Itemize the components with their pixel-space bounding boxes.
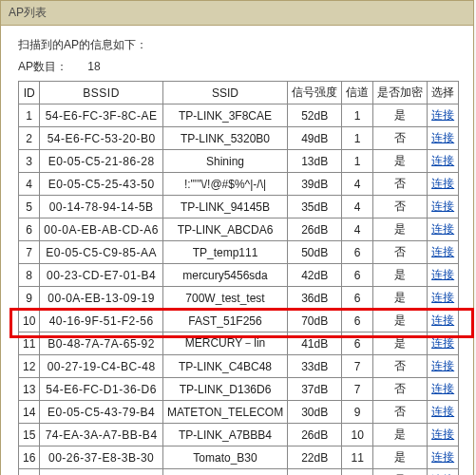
- table-row: 600-0A-EB-AB-CD-A6TP-LINK_ABCDA626dB4是连接: [19, 218, 459, 241]
- header-channel: 信道: [342, 82, 373, 104]
- cell-encrypted: 否: [373, 355, 428, 378]
- cell-signal: 26dB: [288, 424, 342, 446]
- ap-count-row: AP数目： 18: [18, 59, 456, 75]
- cell-id: 14: [19, 401, 40, 424]
- connect-link[interactable]: 连接: [431, 405, 454, 418]
- table-row: 154-E6-FC-3F-8C-AETP-LINK_3F8CAE52dB1是连接: [19, 104, 459, 127]
- table-row: 800-23-CD-E7-01-B4mercury5456sda42dB6是连接: [19, 264, 459, 287]
- connect-link[interactable]: 连接: [431, 359, 454, 372]
- cell-encrypted: 是: [373, 424, 428, 446]
- table-row: 900-0A-EB-13-09-19700W_test_test36dB6是连接: [19, 287, 459, 310]
- cell-ssid: TP-LINK_C4BC48: [162, 355, 287, 378]
- header-signal: 信号强度: [288, 82, 342, 104]
- cell-encrypted: 是: [373, 150, 428, 173]
- header-id: ID: [19, 82, 40, 104]
- connect-link[interactable]: 连接: [431, 382, 454, 395]
- table-row: 1040-16-9F-51-F2-56FAST_51F25670dB6是连接: [19, 310, 459, 332]
- cell-channel: 1: [342, 127, 373, 150]
- cell-bssid: E0-05-C5-25-43-50: [40, 173, 163, 196]
- cell-encrypted: 是: [373, 310, 428, 332]
- cell-id: 17: [19, 469, 40, 476]
- cell-id: 8: [19, 264, 40, 287]
- cell-bssid: 54-E6-FC-53-20-B0: [40, 127, 163, 150]
- connect-link[interactable]: 连接: [431, 108, 454, 122]
- cell-select: 连接: [428, 127, 459, 150]
- cell-select: 连接: [428, 469, 459, 476]
- cell-select: 连接: [428, 264, 459, 287]
- ap-count-label: AP数目：: [18, 59, 85, 75]
- header-select: 选择: [428, 82, 459, 104]
- cell-channel: 6: [342, 241, 373, 264]
- cell-channel: 4: [342, 173, 373, 196]
- table-row: 254-E6-FC-53-20-B0TP-LINK_5320B049dB1否连接: [19, 127, 459, 150]
- cell-encrypted: 否: [373, 196, 428, 218]
- cell-select: 连接: [428, 150, 459, 173]
- table-row: 4E0-05-C5-25-43-50!:'""\/!@#$%^|-/\|39dB…: [19, 173, 459, 196]
- cell-ssid: mercury5456sda: [162, 264, 287, 287]
- connect-link[interactable]: 连接: [431, 450, 454, 464]
- cell-ssid: TP-LINK_ABCDA6: [162, 218, 287, 241]
- cell-id: 5: [19, 196, 40, 218]
- cell-bssid: 00-14-78-94-14-5B: [40, 196, 163, 218]
- cell-id: 6: [19, 218, 40, 241]
- cell-ssid: MATETON_TELECOM: [162, 401, 287, 424]
- cell-channel: 1: [342, 104, 373, 127]
- cell-select: 连接: [428, 355, 459, 378]
- cell-channel: 1: [342, 150, 373, 173]
- cell-select: 连接: [428, 310, 459, 332]
- cell-signal: 36dB: [288, 287, 342, 310]
- cell-ssid: TP-LINK_94145B: [162, 196, 287, 218]
- connect-link[interactable]: 连接: [431, 177, 454, 190]
- cell-bssid: 00-26-37-E8-3B-30: [40, 446, 163, 469]
- cell-signal: 22dB: [288, 446, 342, 469]
- connect-link[interactable]: 连接: [431, 336, 454, 350]
- connect-link[interactable]: 连接: [431, 154, 454, 167]
- ap-list-panel: AP列表 扫描到的AP的信息如下： AP数目： 18 ID BSSID SSID…: [0, 0, 474, 475]
- cell-id: 11: [19, 332, 40, 355]
- cell-select: 连接: [428, 241, 459, 264]
- cell-bssid: 00-0A-EB-13-09-19: [40, 287, 163, 310]
- header-bssid: BSSID: [40, 82, 163, 104]
- cell-channel: 7: [342, 355, 373, 378]
- connect-link[interactable]: 连接: [431, 222, 454, 236]
- cell-signal: 30dB: [288, 401, 342, 424]
- cell-bssid: E0-05-C5-21-86-28: [40, 150, 163, 173]
- cell-encrypted: 否: [373, 401, 428, 424]
- table-row: 3E0-05-C5-21-86-28Shining13dB1是连接: [19, 150, 459, 173]
- cell-encrypted: 否: [373, 173, 428, 196]
- cell-select: 连接: [428, 196, 459, 218]
- table-row: 14E0-05-C5-43-79-B4MATETON_TELECOM30dB9否…: [19, 401, 459, 424]
- cell-channel: 10: [342, 424, 373, 446]
- cell-channel: 4: [342, 218, 373, 241]
- connect-link[interactable]: 连接: [431, 428, 454, 441]
- cell-bssid: B0-48-7A-7A-65-92: [40, 332, 163, 355]
- connect-link[interactable]: 连接: [431, 200, 454, 213]
- cell-ssid: !:'""\/!@#$%^|-/\|: [162, 173, 287, 196]
- cell-id: 10: [19, 310, 40, 332]
- connect-link[interactable]: 连接: [431, 291, 454, 304]
- table-row: 1200-27-19-C4-BC-48TP-LINK_C4BC4833dB7否连…: [19, 355, 459, 378]
- cell-signal: 41dB: [288, 332, 342, 355]
- cell-encrypted: 是: [373, 469, 428, 476]
- connect-link[interactable]: 连接: [431, 131, 454, 144]
- cell-ssid: TP-LINK_3F8CAE: [162, 104, 287, 127]
- table-row: 500-14-78-94-14-5BTP-LINK_94145B35dB4否连接: [19, 196, 459, 218]
- cell-id: 13: [19, 378, 40, 401]
- cell-signal: 52dB: [288, 104, 342, 127]
- cell-ssid: MERCURY－lin: [162, 332, 287, 355]
- cell-select: 连接: [428, 104, 459, 127]
- connect-link[interactable]: 连接: [431, 268, 454, 281]
- cell-ssid: 700W_test_test: [162, 287, 287, 310]
- cell-bssid: E0-05-C5-43-79-B4: [40, 401, 163, 424]
- cell-encrypted: 是: [373, 264, 428, 287]
- cell-select: 连接: [428, 332, 459, 355]
- cell-signal: 33dB: [288, 355, 342, 378]
- table-row: 11B0-48-7A-7A-65-92MERCURY－lin41dB6是连接: [19, 332, 459, 355]
- cell-encrypted: 是: [373, 446, 428, 469]
- connect-link[interactable]: 连接: [431, 314, 454, 327]
- cell-select: 连接: [428, 173, 459, 196]
- cell-bssid: 00-0A-EB-AB-CD-A6: [40, 218, 163, 241]
- cell-encrypted: 是: [373, 104, 428, 127]
- cell-ssid: TP-LINK_A7BBB4: [162, 424, 287, 446]
- connect-link[interactable]: 连接: [431, 245, 454, 258]
